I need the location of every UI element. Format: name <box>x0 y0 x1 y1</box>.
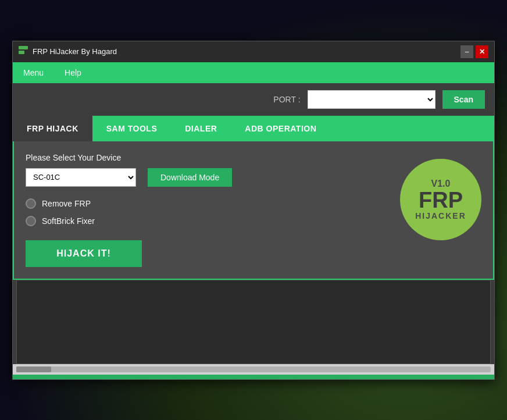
port-select[interactable] <box>308 90 435 109</box>
port-bar: PORT : Scan <box>13 83 494 116</box>
scrollbar-track[interactable] <box>16 366 491 372</box>
hijack-button[interactable]: HIJACK IT! <box>26 240 142 267</box>
option-softbrick-fixer[interactable]: SoftBrick Fixer <box>26 216 383 226</box>
window-title: FRP HiJacker By Hagard <box>33 47 117 56</box>
title-bar-left: FRP HiJacker By Hagard <box>19 46 117 58</box>
options-section: Remove FRP SoftBrick Fixer <box>26 198 383 226</box>
scan-button[interactable]: Scan <box>442 90 485 109</box>
device-select[interactable]: SC-01C SC-02C SC-03C SC-04C <box>26 168 136 187</box>
menu-bar: Menu Help <box>13 62 494 83</box>
option-remove-frp[interactable]: Remove FRP <box>26 198 383 209</box>
menu-item-menu[interactable]: Menu <box>19 66 48 80</box>
scrollbar-container <box>13 364 494 375</box>
softbrick-fixer-label: SoftBrick Fixer <box>42 216 95 226</box>
radio-remove-frp[interactable] <box>26 198 36 209</box>
menu-item-help[interactable]: Help <box>60 66 86 80</box>
close-button[interactable]: ✕ <box>476 45 488 58</box>
minimize-button[interactable]: – <box>460 45 473 58</box>
scrollbar-thumb[interactable] <box>16 366 51 372</box>
tab-adb-operation[interactable]: ADB OPERATION <box>231 116 330 141</box>
port-label: PORT : <box>273 95 300 104</box>
device-label: Please Select Your Device <box>26 153 383 162</box>
main-content: Please Select Your Device SC-01C SC-02C … <box>13 141 494 280</box>
radio-softbrick-fixer[interactable] <box>26 216 36 226</box>
frp-main-text: FRP <box>419 189 463 211</box>
title-bar: FRP HiJacker By Hagard – ✕ <box>13 41 494 62</box>
title-controls: – ✕ <box>460 45 488 58</box>
tab-sam-tools[interactable]: SAM TOOLS <box>92 116 171 141</box>
app-icon <box>19 46 28 58</box>
bottom-bar <box>13 375 494 379</box>
device-left: Please Select Your Device SC-01C SC-02C … <box>26 153 383 267</box>
tab-dialer[interactable]: DIALER <box>171 116 231 141</box>
frp-sub-text: HIJACKER <box>415 211 466 220</box>
log-wrapper <box>13 280 494 364</box>
frp-logo: V1.0 FRP HIJACKER <box>400 159 481 240</box>
download-mode-button[interactable]: Download Mode <box>148 168 232 187</box>
log-area[interactable] <box>16 280 491 364</box>
main-window: FRP HiJacker By Hagard – ✕ Menu Help POR… <box>12 41 495 380</box>
frp-version: V1.0 <box>431 179 451 189</box>
device-row: SC-01C SC-02C SC-03C SC-04C Download Mod… <box>26 168 383 187</box>
remove-frp-label: Remove FRP <box>42 199 91 208</box>
tabs: FRP HIJACK SAM TOOLS DIALER ADB OPERATIO… <box>13 116 494 141</box>
tab-frp-hijack[interactable]: FRP HIJACK <box>13 116 92 141</box>
device-section: Please Select Your Device SC-01C SC-02C … <box>26 153 481 267</box>
